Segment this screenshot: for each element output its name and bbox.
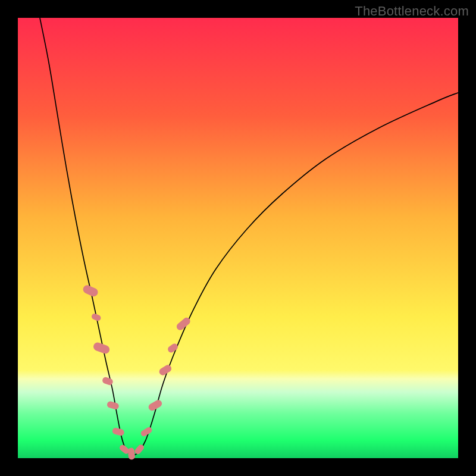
bottleneck-curve	[40, 18, 458, 455]
bottleneck-curve-svg	[18, 18, 458, 458]
curve-marker	[158, 364, 173, 377]
plot-area	[18, 18, 458, 458]
curve-marker	[112, 427, 125, 437]
curve-marker	[167, 342, 179, 353]
curve-marker	[82, 284, 99, 298]
curve-marker	[92, 342, 111, 355]
curve-marker	[140, 426, 153, 437]
watermark-text: TheBottleneck.com	[355, 4, 469, 19]
curve-marker	[107, 400, 120, 410]
curve-marker	[128, 447, 136, 460]
curve-marker	[102, 376, 114, 386]
curve-markers	[82, 284, 192, 460]
chart-frame: TheBottleneck.com	[0, 0, 476, 476]
